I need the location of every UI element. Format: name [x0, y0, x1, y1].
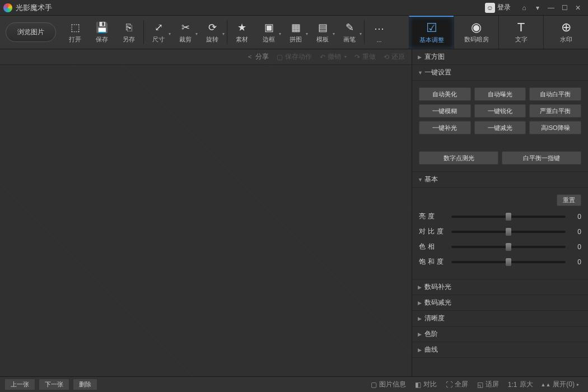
slider-track[interactable] [451, 216, 566, 218]
oneclick-btn-5[interactable]: 严重白平衡 [529, 104, 581, 118]
close-button[interactable]: ✕ [571, 2, 585, 13]
asset-icon: ★ [237, 21, 246, 34]
chevron-right-icon: ▶ [418, 284, 424, 290]
section-collapsed-2[interactable]: ▶清晰度 [412, 311, 588, 326]
darkroom-icon: ◉ [471, 21, 482, 34]
toolbar-asset-button[interactable]: ★素材 [228, 16, 255, 49]
oneclick-btn-6[interactable]: 一键补光 [419, 121, 471, 134]
oneclick-btn-2[interactable]: 自动白平衡 [529, 87, 581, 101]
action-bar: ＜分享 ▢保存动作 ↶撤销▾ ↷重做 ⟲还原 [0, 49, 412, 65]
undo-button[interactable]: ↶撤销▾ [320, 52, 347, 62]
home-button[interactable]: ⌂ [517, 2, 531, 13]
oneclick-btn-0[interactable]: 自动美化 [419, 87, 471, 101]
chevron-right-icon: ▶ [418, 54, 424, 60]
oneclick-btn-1[interactable]: 自动曝光 [474, 87, 526, 101]
login-avatar-icon[interactable]: ☺ [485, 3, 495, 13]
redo-button[interactable]: ↷重做 [354, 52, 376, 62]
more-icon: ⋯ [374, 22, 384, 35]
slider-value: 0 [570, 258, 581, 266]
chevron-right-icon: ▶ [418, 347, 424, 353]
toolbar-more-button[interactable]: ⋯... [366, 16, 393, 49]
toolbar-crop-button[interactable]: ✂裁剪 [172, 16, 199, 49]
browse-images-button[interactable]: 浏览图片 [6, 22, 56, 42]
slider-thumb[interactable] [506, 228, 511, 236]
slider-value: 0 [570, 213, 581, 221]
status-icon-1: ◧ [415, 381, 421, 389]
status-3[interactable]: ◱适屏 [477, 380, 499, 389]
toolbar-border-button[interactable]: ▣边框 [255, 16, 282, 49]
slider-track[interactable] [451, 261, 566, 263]
delete-button[interactable]: 删除 [73, 379, 97, 390]
maximize-button[interactable]: ☐ [558, 2, 571, 13]
status-4[interactable]: 1:1原大 [508, 380, 533, 389]
oneclick-btn-3[interactable]: 一键模糊 [419, 104, 471, 118]
image-canvas[interactable] [0, 65, 412, 376]
status-2[interactable]: ⛶全屏 [446, 380, 468, 389]
slider-row-1: 对比度 0 [419, 227, 581, 236]
oneclick-btn-7[interactable]: 一键减光 [474, 121, 526, 134]
main-toolbar: 浏览图片 ⬚打开💾保存⎘另存⤢尺寸✂裁剪⟳旋转★素材▣边框▦拼图▤模板✎画笔⋯.… [0, 16, 588, 49]
status-icon-3: ◱ [477, 381, 483, 389]
chevron-down-icon: ▼ [418, 177, 424, 183]
toolbar-brush-button[interactable]: ✎画笔 [336, 16, 363, 49]
slider-track[interactable] [451, 246, 566, 248]
slider-label: 饱和度 [419, 257, 447, 267]
slider-value: 0 [570, 243, 581, 251]
record-icon: ▢ [277, 53, 283, 61]
slider-label: 亮度 [419, 212, 447, 221]
slider-thumb[interactable] [506, 243, 511, 251]
restore-icon: ⟲ [384, 53, 389, 61]
template-icon: ▤ [318, 21, 328, 34]
save-icon: 💾 [96, 21, 108, 34]
tab-darkroom[interactable]: ◉数码暗房 [454, 16, 498, 49]
oneclick-btn-4[interactable]: 一键锐化 [474, 104, 526, 118]
chevron-down-icon: ▼ [418, 70, 424, 76]
status-1[interactable]: ◧对比 [415, 380, 437, 389]
adjust-icon: ☑ [426, 21, 437, 35]
prev-image-button[interactable]: 上一张 [4, 379, 35, 390]
minimize-button[interactable]: — [544, 2, 558, 13]
toolbar-saveas-button[interactable]: ⎘另存 [115, 16, 142, 49]
section-oneclick[interactable]: ▼一键设置 [412, 65, 588, 81]
tab-adjust[interactable]: ☑基本调整 [409, 16, 454, 49]
share-button[interactable]: ＜分享 [246, 52, 269, 62]
toolbar-open-button[interactable]: ⬚打开 [62, 16, 88, 49]
undo-icon: ↶ [320, 53, 325, 61]
toolbar-size-button[interactable]: ⤢尺寸 [145, 16, 172, 49]
section-collapsed-1[interactable]: ▶数码减光 [412, 295, 588, 311]
settings-button[interactable]: ▾ [531, 2, 544, 13]
tab-watermark[interactable]: ⊕水印 [543, 16, 588, 49]
chevron-right-icon: ▶ [418, 332, 424, 337]
toolbar-rotate-button[interactable]: ⟳旋转 [199, 16, 226, 49]
right-panel: ▶直方图 ▼一键设置 自动美化自动曝光自动白平衡一键模糊一键锐化严重白平衡一键补… [412, 49, 588, 376]
collage-icon: ▦ [291, 21, 301, 34]
section-collapsed-4[interactable]: ▶曲线 [412, 342, 588, 358]
toolbar-save-button[interactable]: 💾保存 [88, 16, 115, 49]
toolbar-template-button[interactable]: ▤模板 [309, 16, 336, 49]
section-basic[interactable]: ▼基本 [412, 172, 588, 188]
toolbar-collage-button[interactable]: ▦拼图 [282, 16, 309, 49]
restore-button[interactable]: ⟲还原 [384, 52, 405, 62]
status-icon-0: ▢ [371, 381, 377, 389]
oneclick-btn2-0[interactable]: 数字点测光 [419, 151, 498, 165]
section-histogram[interactable]: ▶直方图 [412, 49, 588, 65]
status-0[interactable]: ▢图片信息 [371, 380, 406, 389]
brush-icon: ✎ [346, 21, 354, 34]
save-action-button[interactable]: ▢保存动作 [277, 52, 312, 62]
slider-row-3: 饱和度 0 [419, 257, 581, 267]
slider-thumb[interactable] [506, 258, 511, 266]
slider-thumb[interactable] [506, 213, 511, 221]
tab-text[interactable]: T文字 [498, 16, 543, 49]
status-icon-4: 1:1 [508, 381, 517, 389]
redo-icon: ↷ [354, 53, 360, 61]
text-icon: T [517, 21, 525, 34]
reset-button[interactable]: 重置 [557, 194, 581, 206]
login-link[interactable]: 登录 [497, 3, 511, 12]
oneclick-btn2-1[interactable]: 白平衡一指键 [502, 151, 581, 165]
section-collapsed-0[interactable]: ▶数码补光 [412, 279, 588, 295]
oneclick-btn-8[interactable]: 高ISO降噪 [529, 121, 581, 134]
slider-track[interactable] [451, 231, 566, 233]
section-collapsed-3[interactable]: ▶色阶 [412, 326, 588, 342]
next-image-button[interactable]: 下一张 [39, 379, 69, 390]
expand-button[interactable]: ▲▲展开(0)▸ [541, 380, 580, 389]
